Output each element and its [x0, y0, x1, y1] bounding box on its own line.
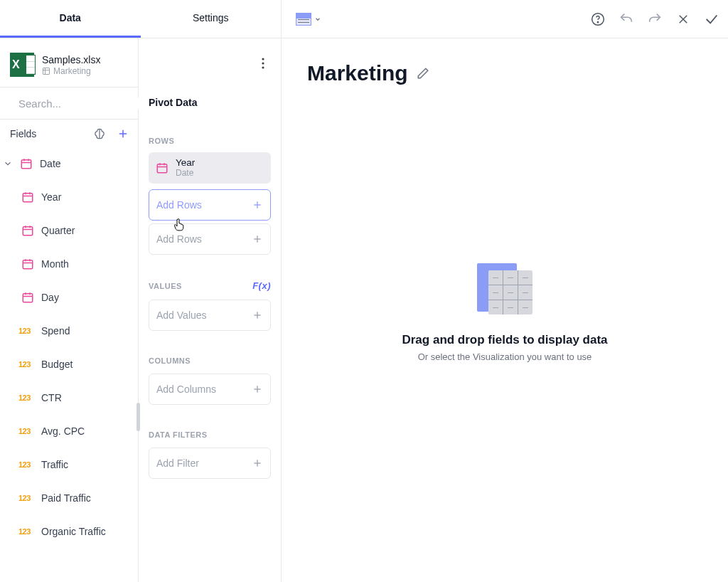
svg-rect-20 [23, 260, 33, 268]
chevron-down-icon [314, 16, 321, 23]
numeric-icon: 123 [18, 460, 34, 469]
svg-rect-12 [23, 193, 33, 201]
redo-button[interactable] [647, 11, 663, 27]
svg-line-47 [680, 15, 687, 23]
datasource-sheet: Marketing [42, 66, 100, 76]
add-rows-drop-active[interactable]: Add Rows [149, 189, 271, 221]
numeric-icon: 123 [18, 393, 34, 402]
values-section-label: VALUES F(x) [149, 255, 271, 298]
field-day[interactable]: Day [0, 280, 138, 314]
plus-icon [252, 233, 263, 245]
numeric-icon: 123 [18, 327, 34, 335]
empty-state-subtitle: Or select the Visualization you want to … [418, 351, 592, 362]
svg-point-45 [592, 13, 604, 25]
add-columns-drop[interactable]: Add Columns [149, 374, 271, 405]
calendar-icon [21, 224, 34, 237]
svg-rect-8 [21, 159, 31, 168]
field-organic-traffic[interactable]: 123 Organic Traffic [0, 514, 138, 548]
pivot-panel: Pivot Data ROWS Year Date Add Rows Add R… [139, 38, 281, 582]
calendar-icon [21, 258, 34, 270]
close-button[interactable] [675, 11, 691, 27]
datasource-name: Samples.xlsx [42, 54, 100, 65]
calendar-icon [21, 291, 34, 304]
plus-icon [252, 457, 263, 469]
fx-button[interactable]: F(x) [252, 280, 271, 291]
columns-section-label: COLUMNS [149, 331, 271, 372]
numeric-icon: 123 [18, 494, 34, 502]
filters-section-label: DATA FILTERS [149, 405, 271, 446]
edit-title-icon[interactable] [417, 67, 429, 80]
help-button[interactable] [590, 11, 606, 27]
svg-point-28 [262, 58, 264, 60]
brain-icon[interactable] [92, 127, 107, 141]
table-viz-icon [296, 13, 311, 26]
tab-settings[interactable]: Settings [141, 0, 282, 38]
fields-label: Fields [10, 128, 36, 139]
add-filter-drop[interactable]: Add Filter [149, 448, 271, 479]
undo-button[interactable] [619, 11, 634, 27]
svg-point-46 [597, 21, 598, 22]
empty-state-icon: ——— ——— ——— [477, 263, 532, 319]
field-avg-cpc[interactable]: 123 Avg. CPC [0, 414, 138, 448]
svg-line-48 [680, 15, 687, 23]
svg-point-30 [262, 66, 264, 68]
numeric-icon: 123 [18, 360, 34, 369]
page-title: Marketing [307, 61, 408, 85]
calendar-icon [20, 157, 33, 170]
empty-state: ——— ——— ——— Drag and drop fields to disp… [282, 85, 728, 582]
pivot-title: Pivot Data [149, 71, 271, 112]
svg-rect-16 [23, 226, 33, 235]
panel-tabs: Data Settings [0, 0, 281, 38]
field-traffic[interactable]: 123 Traffic [0, 448, 138, 481]
plus-icon [252, 309, 263, 321]
excel-icon [10, 53, 34, 77]
search-input[interactable] [18, 97, 154, 110]
calendar-icon [21, 191, 34, 203]
search-bar[interactable] [0, 87, 138, 120]
svg-rect-31 [157, 164, 167, 173]
canvas-toolbar [282, 0, 728, 38]
confirm-button[interactable] [704, 11, 719, 27]
field-date-group[interactable]: Date [0, 147, 138, 180]
tab-data[interactable]: Data [0, 0, 141, 38]
chevron-down-icon [3, 159, 13, 169]
add-field-icon[interactable] [117, 127, 129, 140]
svg-point-29 [262, 62, 264, 64]
field-quarter[interactable]: Quarter [0, 213, 138, 247]
numeric-icon: 123 [18, 527, 34, 536]
field-spend[interactable]: 123 Spend [0, 314, 138, 347]
field-paid-traffic[interactable]: 123 Paid Traffic [0, 481, 138, 514]
field-ctr[interactable]: 123 CTR [0, 381, 138, 414]
add-values-drop[interactable]: Add Values [149, 300, 271, 331]
rows-section-label: ROWS [149, 112, 271, 152]
plus-icon [252, 199, 263, 211]
field-month[interactable]: Month [0, 247, 138, 280]
svg-rect-0 [43, 68, 50, 74]
calendar-icon [156, 162, 168, 174]
more-button[interactable] [255, 55, 271, 71]
field-budget[interactable]: 123 Budget [0, 347, 138, 381]
numeric-icon: 123 [18, 427, 34, 435]
visualization-selector[interactable] [296, 13, 321, 26]
svg-rect-24 [23, 293, 33, 302]
fields-panel: Samples.xlsx Marketing Fields [0, 38, 139, 582]
field-year[interactable]: Year [0, 180, 138, 213]
empty-state-title: Drag and drop fields to display data [402, 333, 607, 347]
plus-icon [252, 383, 263, 395]
add-rows-drop[interactable]: Add Rows [149, 223, 271, 255]
row-chip-year[interactable]: Year Date [149, 152, 271, 184]
datasource-header: Samples.xlsx Marketing [0, 38, 138, 87]
